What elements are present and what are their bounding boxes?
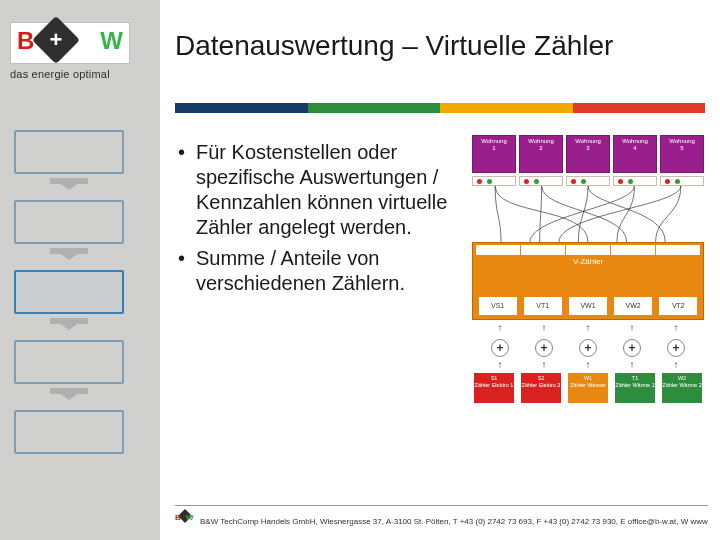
arrow-up-icon: ↑ bbox=[674, 359, 679, 370]
wohnung-box: Wohnung3 bbox=[566, 135, 610, 173]
footer-text: B&W TechComp Handels GmbH, Wiesnergasse … bbox=[200, 517, 708, 526]
diagram: Wohnung1 Wohnung2 Wohnung3 Wohnung4 Wohn… bbox=[468, 135, 708, 403]
plus-icon: + bbox=[623, 339, 641, 357]
logo-graphic: B + W bbox=[10, 22, 130, 64]
io-icon bbox=[472, 176, 516, 186]
zaehler-box: T1Zähler Wärme 1 bbox=[615, 373, 655, 403]
nav-step-2 bbox=[14, 200, 124, 244]
accent-bar bbox=[175, 103, 705, 113]
wohnung-box: Wohnung2 bbox=[519, 135, 563, 173]
wohnung-box: Wohnung5 bbox=[660, 135, 704, 173]
footer-divider bbox=[175, 505, 708, 506]
diagram-arrow-row: ↑ ↑ ↑ ↑ ↑ bbox=[478, 322, 698, 333]
bullet-item: Summe / Anteile von verschiedenen Zähler… bbox=[178, 246, 463, 296]
nav-arrow-icon bbox=[14, 320, 124, 334]
logo-subtitle: das energie optimal bbox=[10, 68, 130, 80]
plus-icon: + bbox=[535, 339, 553, 357]
mid-port-icon bbox=[611, 245, 655, 255]
nav-arrow-icon bbox=[14, 390, 124, 404]
arrow-up-icon: ↑ bbox=[674, 322, 679, 333]
vz-box: VT1 bbox=[524, 297, 562, 315]
logo-plus-icon: + bbox=[32, 16, 80, 64]
nav-step-4 bbox=[14, 340, 124, 384]
arrow-up-icon: ↑ bbox=[630, 359, 635, 370]
plus-icon: + bbox=[579, 339, 597, 357]
diagram-wires bbox=[472, 186, 704, 242]
diagram-row-wohnungen: Wohnung1 Wohnung2 Wohnung3 Wohnung4 Wohn… bbox=[468, 135, 708, 173]
vz-box: VS1 bbox=[479, 297, 517, 315]
slide: B + W das energie optimal Datenauswertun… bbox=[0, 0, 720, 540]
zaehler-box: S2Zähler Elektro 2 bbox=[521, 373, 561, 403]
io-icon bbox=[613, 176, 657, 186]
vz-box: VW2 bbox=[614, 297, 652, 315]
diagram-zaehler-row: S1Zähler Elektro 1 S2Zähler Elektro 2 W1… bbox=[472, 373, 704, 403]
zaehler-box: W2Zähler Wärme 2 bbox=[662, 373, 702, 403]
io-icon bbox=[566, 176, 610, 186]
arrow-up-icon: ↑ bbox=[498, 322, 503, 333]
logo-letter-w: W bbox=[100, 29, 123, 53]
io-icon bbox=[660, 176, 704, 186]
arrow-up-icon: ↑ bbox=[586, 359, 591, 370]
logo: B + W das energie optimal bbox=[10, 22, 130, 80]
mid-port-icon bbox=[476, 245, 520, 255]
footer-logo-icon: BW bbox=[175, 510, 195, 530]
diagram-mid-block: V-Zähler VS1 VT1 VW1 VW2 VT2 bbox=[472, 242, 704, 320]
page-title: Datenauswertung – Virtuelle Zähler bbox=[175, 30, 700, 62]
diagram-plus-row: + + + + + bbox=[478, 339, 698, 357]
logo-letter-b: B bbox=[17, 29, 34, 53]
arrow-up-icon: ↑ bbox=[630, 322, 635, 333]
arrow-up-icon: ↑ bbox=[542, 322, 547, 333]
diagram-row-io bbox=[468, 173, 708, 186]
nav-step-5 bbox=[14, 410, 124, 454]
zaehler-box: W1Zähler Wasser bbox=[568, 373, 608, 403]
vz-box: VW1 bbox=[569, 297, 607, 315]
wohnung-box: Wohnung1 bbox=[472, 135, 516, 173]
sidebar-nav bbox=[14, 130, 124, 460]
nav-arrow-icon bbox=[14, 250, 124, 264]
arrow-up-icon: ↑ bbox=[586, 322, 591, 333]
zaehler-box: S1Zähler Elektro 1 bbox=[474, 373, 514, 403]
vz-box: VT2 bbox=[659, 297, 697, 315]
arrow-up-icon: ↑ bbox=[542, 359, 547, 370]
nav-step-3 bbox=[14, 270, 124, 314]
nav-step-1 bbox=[14, 130, 124, 174]
plus-icon: + bbox=[667, 339, 685, 357]
mid-port-icon bbox=[656, 245, 700, 255]
mid-port-icon bbox=[521, 245, 565, 255]
wohnung-box: Wohnung4 bbox=[613, 135, 657, 173]
diagram-arrow-row: ↑ ↑ ↑ ↑ ↑ bbox=[478, 359, 698, 370]
io-icon bbox=[519, 176, 563, 186]
nav-arrow-icon bbox=[14, 180, 124, 194]
mid-port-icon bbox=[566, 245, 610, 255]
plus-icon: + bbox=[491, 339, 509, 357]
arrow-up-icon: ↑ bbox=[498, 359, 503, 370]
bullet-item: Für Kostenstellen oder spezifische Auswe… bbox=[178, 140, 463, 240]
body-text: Für Kostenstellen oder spezifische Auswe… bbox=[178, 140, 463, 302]
mid-label: V-Zähler bbox=[473, 257, 703, 266]
sidebar: B + W das energie optimal bbox=[0, 0, 160, 540]
